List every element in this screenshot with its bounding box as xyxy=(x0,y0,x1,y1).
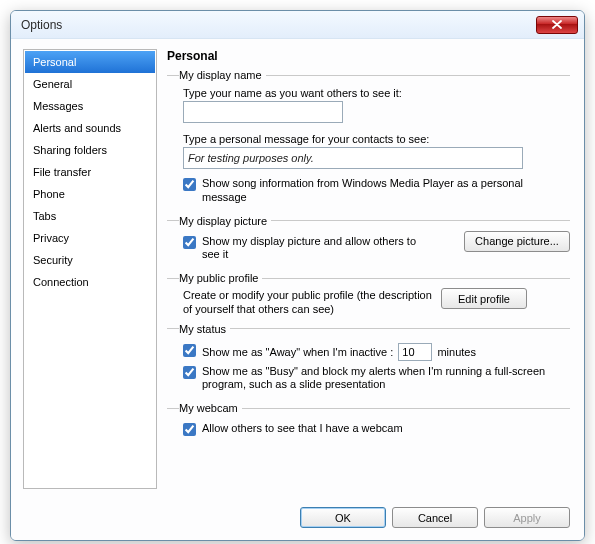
group-status-legend: My status xyxy=(179,323,230,335)
away-label: Show me as "Away" when I'm inactive : mi… xyxy=(202,343,570,361)
away-checkbox[interactable] xyxy=(183,344,196,357)
sidebar-item-phone[interactable]: Phone xyxy=(25,183,155,205)
away-label-pre: Show me as "Away" when I'm inactive : xyxy=(202,346,393,358)
group-display-name-legend: My display name xyxy=(179,69,266,81)
show-song-label: Show song information from Windows Media… xyxy=(202,177,570,205)
group-public-profile: My public profile Create or modify your … xyxy=(167,272,570,317)
public-profile-desc: Create or modify your public profile (th… xyxy=(183,288,433,317)
content-panel: Personal My display name Type your name … xyxy=(165,49,572,489)
apply-button[interactable]: Apply xyxy=(484,507,570,528)
edit-profile-button[interactable]: Edit profile xyxy=(441,288,527,309)
sidebar-item-general[interactable]: General xyxy=(25,73,155,95)
sidebar-item-messages[interactable]: Messages xyxy=(25,95,155,117)
sidebar-item-privacy[interactable]: Privacy xyxy=(25,227,155,249)
group-public-profile-legend: My public profile xyxy=(179,272,262,284)
group-display-picture-legend: My display picture xyxy=(179,215,271,227)
group-status: My status Show me as "Away" when I'm ina… xyxy=(167,323,570,397)
webcam-label: Allow others to see that I have a webcam xyxy=(202,422,570,436)
group-display-name: My display name Type your name as you wa… xyxy=(167,69,570,209)
personal-msg-input[interactable] xyxy=(183,147,523,169)
busy-checkbox[interactable] xyxy=(183,366,196,379)
sidebar-item-alerts-and-sounds[interactable]: Alerts and sounds xyxy=(25,117,155,139)
show-song-checkbox[interactable] xyxy=(183,178,196,191)
window-title: Options xyxy=(21,18,536,32)
titlebar[interactable]: Options xyxy=(11,11,584,39)
show-picture-label: Show my display picture and allow others… xyxy=(202,235,422,263)
group-webcam: My webcam Allow others to see that I hav… xyxy=(167,402,570,440)
sidebar-item-personal[interactable]: Personal xyxy=(25,51,155,73)
sidebar-item-sharing-folders[interactable]: Sharing folders xyxy=(25,139,155,161)
category-sidebar: PersonalGeneralMessagesAlerts and sounds… xyxy=(23,49,157,489)
away-label-post: minutes xyxy=(437,346,476,358)
sidebar-item-file-transfer[interactable]: File transfer xyxy=(25,161,155,183)
change-picture-button[interactable]: Change picture... xyxy=(464,231,570,252)
ok-button[interactable]: OK xyxy=(300,507,386,528)
personal-msg-label: Type a personal message for your contact… xyxy=(183,133,570,145)
dialog-buttons: OK Cancel Apply xyxy=(11,499,584,540)
busy-label: Show me as "Busy" and block my alerts wh… xyxy=(202,365,570,393)
away-minutes-input[interactable] xyxy=(398,343,432,361)
sidebar-item-connection[interactable]: Connection xyxy=(25,271,155,293)
options-window: Options PersonalGeneralMessagesAlerts an… xyxy=(10,10,585,541)
sidebar-item-security[interactable]: Security xyxy=(25,249,155,271)
page-title: Personal xyxy=(167,49,570,63)
display-name-label: Type your name as you want others to see… xyxy=(183,87,570,99)
webcam-checkbox[interactable] xyxy=(183,423,196,436)
sidebar-item-tabs[interactable]: Tabs xyxy=(25,205,155,227)
display-name-input[interactable] xyxy=(183,101,343,123)
group-display-picture: My display picture Show my display pictu… xyxy=(167,215,570,267)
close-button[interactable] xyxy=(536,16,578,34)
close-icon xyxy=(552,20,562,29)
cancel-button[interactable]: Cancel xyxy=(392,507,478,528)
group-webcam-legend: My webcam xyxy=(179,402,242,414)
show-picture-checkbox[interactable] xyxy=(183,236,196,249)
